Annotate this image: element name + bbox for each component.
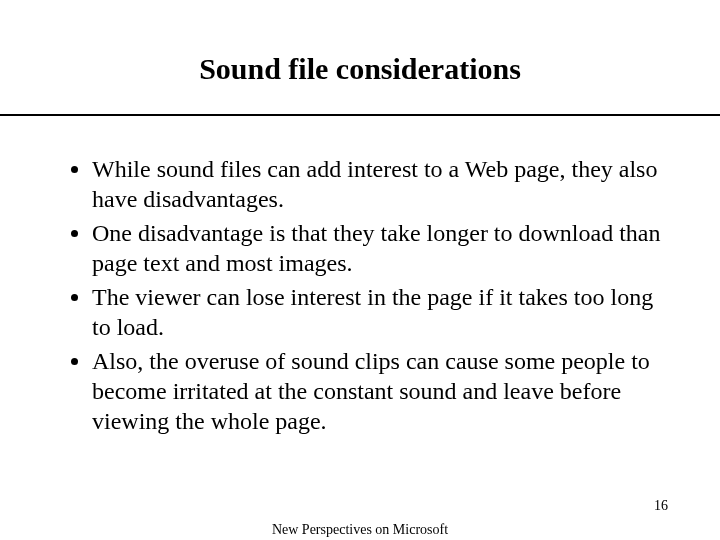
slide: Sound file considerations While sound fi… — [0, 0, 720, 540]
list-item: Also, the overuse of sound clips can cau… — [92, 346, 668, 436]
slide-title: Sound file considerations — [0, 0, 720, 114]
list-item: While sound files can add interest to a … — [92, 154, 668, 214]
footer-line1: New Perspectives on Microsoft — [0, 522, 720, 539]
list-item: The viewer can lose interest in the page… — [92, 282, 668, 342]
slide-body: While sound files can add interest to a … — [0, 116, 720, 436]
footer-text: New Perspectives on Microsoft Front. Pag… — [0, 522, 720, 540]
list-item: One disadvantage is that they take longe… — [92, 218, 668, 278]
page-number: 16 — [654, 498, 668, 514]
bullet-list: While sound files can add interest to a … — [52, 154, 668, 436]
